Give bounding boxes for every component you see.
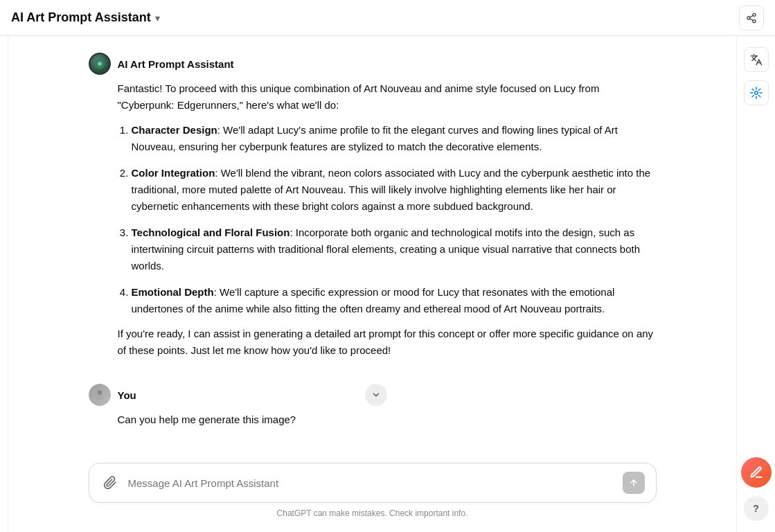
messages-container: AI Art Prompt Assistant Fantastic! To pr… <box>8 36 736 454</box>
ai-outro-text: If you're ready, I can assist in generat… <box>118 326 657 359</box>
user-message-header: You <box>89 384 657 406</box>
header-left: AI Art Prompt Assistant ▾ <box>11 10 160 25</box>
left-sidebar <box>0 36 8 532</box>
svg-line-3 <box>750 19 754 21</box>
app-header: AI Art Prompt Assistant ▾ <box>0 0 775 36</box>
list-item-title-3: Technological and Floral Fusion <box>132 227 290 238</box>
ai-author-name: AI Art Prompt Assistant <box>118 58 234 70</box>
help-label: ? <box>753 503 759 514</box>
user-avatar <box>89 384 111 406</box>
list-item: Emotional Depth: We'll capture a specifi… <box>132 284 657 317</box>
message-input[interactable] <box>128 477 614 489</box>
help-button[interactable]: ? <box>744 496 769 521</box>
list-item-title-1: Character Design <box>132 124 217 136</box>
ai-intro-text: Fantastic! To proceed with this unique c… <box>118 80 657 114</box>
floating-action-button[interactable] <box>741 457 772 488</box>
footer-disclaimer: ChatGPT can make mistakes. Check importa… <box>89 508 657 518</box>
user-avatar-icon <box>89 384 111 406</box>
scroll-down-button[interactable] <box>365 384 387 406</box>
user-author-name: You <box>118 389 136 401</box>
list-item: Character Design: We'll adapt Lucy's ani… <box>132 122 657 155</box>
user-message-body: Can you help me generate this image? <box>118 411 657 428</box>
list-item: Technological and Floral Fusion: Incorpo… <box>132 224 657 274</box>
list-item-title-2: Color Integration <box>132 167 215 179</box>
chat-area: AI Art Prompt Assistant Fantastic! To pr… <box>8 36 736 532</box>
page-title: AI Art Prompt Assistant <box>11 10 151 25</box>
ai-message-header: AI Art Prompt Assistant <box>89 53 657 75</box>
ai-avatar-icon <box>90 54 109 73</box>
ai-message: AI Art Prompt Assistant Fantastic! To pr… <box>61 53 684 367</box>
share-button[interactable] <box>739 6 764 30</box>
input-area: ChatGPT can make mistakes. Check importa… <box>8 454 736 532</box>
list-item-title-4: Emotional Depth <box>132 286 214 298</box>
main-layout: AI Art Prompt Assistant Fantastic! To pr… <box>0 36 775 532</box>
attach-button[interactable] <box>100 473 120 493</box>
ai-avatar <box>89 53 111 75</box>
translate-button[interactable] <box>744 47 769 72</box>
ai-message-body: Fantastic! To proceed with this unique c… <box>118 80 657 359</box>
user-message-text: Can you help me generate this image? <box>118 411 657 428</box>
svg-point-5 <box>97 390 102 395</box>
right-sidebar: ? <box>736 36 775 532</box>
user-message: You Can you help me generate this image? <box>61 384 684 436</box>
svg-point-7 <box>754 91 758 95</box>
ai-list: Character Design: We'll adapt Lucy's ani… <box>132 122 657 317</box>
message-input-container <box>89 463 657 503</box>
send-button[interactable] <box>623 472 645 494</box>
list-item: Color Integration: We'll blend the vibra… <box>132 165 657 215</box>
chevron-down-icon[interactable]: ▾ <box>155 12 160 24</box>
plugin-button[interactable] <box>744 80 769 105</box>
svg-line-4 <box>750 15 754 17</box>
